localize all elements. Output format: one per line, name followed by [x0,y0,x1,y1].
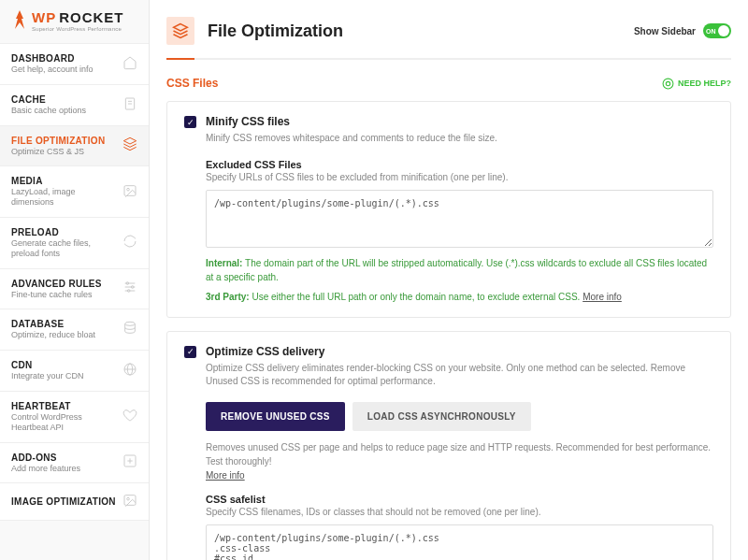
logo-tagline: Superior WordPress Performance [11,26,137,32]
page-header: File Optimization Show Sidebar ON [166,0,731,60]
sidebar-item-dashboard[interactable]: DASHBOARDGet help, account info [0,44,149,85]
sidebar-item-cache[interactable]: CACHEBasic cache options [0,85,149,126]
svg-point-12 [125,323,136,326]
page-title: File Optimization [208,22,343,41]
nav-label: ADD-ONS [11,452,117,463]
need-help-link[interactable]: NEED HELP? [662,78,731,90]
nav-label: MEDIA [11,176,117,186]
home-icon [122,55,137,73]
logo: WPROCKET Superior WordPress Performance [0,0,149,44]
database-icon [122,321,137,338]
minify-css-checkbox[interactable]: ✓ [184,116,196,128]
load-css-async-button[interactable]: LOAD CSS ASYNCHRONOUSLY [352,402,531,431]
nav-desc: Optimize, reduce bloat [11,330,117,340]
image-icon [122,183,137,201]
nav-label: DASHBOARD [11,53,117,64]
nav-label: DATABASE [11,319,117,329]
nav-label: CACHE [11,94,117,105]
sidebar-item-database[interactable]: DATABASEOptimize, reduce bloat [0,309,149,351]
nav-desc: Control WordPress Heartbeat API [11,412,117,433]
help-icon [662,78,674,90]
more-info-link-2[interactable]: More info [206,470,245,481]
layers-icon [122,136,137,154]
css-safelist-desc: Specify CSS filenames, IDs or classes th… [206,507,713,517]
refresh-icon [122,234,137,251]
optimize-css-desc: Optimize CSS delivery eliminates render-… [206,362,713,389]
show-sidebar-label: Show Sidebar [634,26,696,36]
svg-rect-19 [124,495,136,506]
excluded-css-input[interactable] [206,190,713,248]
nav-desc: LazyLoad, image dimensions [11,187,117,208]
logo-wp: WP [32,9,56,25]
sidebar-item-cdn[interactable]: CDNIntegrate your CDN [0,351,149,392]
sidebar-item-add-ons[interactable]: ADD-ONSAdd more features [0,443,149,484]
plus-icon [122,453,137,471]
svg-point-22 [663,79,673,89]
nav-label: CDN [11,360,117,370]
sidebar-item-advanced-rules[interactable]: ADVANCED RULESFine-tune cache rules [0,269,149,310]
excluded-css-desc: Specify URLs of CSS files to be excluded… [206,172,713,182]
internal-note: Internal: The domain part of the URL wil… [206,256,713,284]
nav-desc: Basic cache options [11,106,117,116]
css-safelist-input[interactable] [206,524,713,561]
sliders-icon [122,280,137,297]
more-info-link[interactable]: More info [583,292,622,302]
optimize-css-card: ✓ Optimize CSS delivery Optimize CSS del… [166,331,731,561]
excluded-css-label: Excluded CSS Files [206,159,713,170]
thirdparty-note: 3rd Party: Use either the full URL path … [206,290,713,304]
svg-point-23 [666,81,669,85]
section-title: CSS Files [166,77,218,90]
svg-rect-4 [124,185,136,195]
heart-icon [122,408,137,425]
nav-desc: Integrate your CDN [11,371,117,381]
main-content: File Optimization Show Sidebar ON CSS Fi… [150,0,748,560]
remove-unused-desc: Removes unused CSS per page and helps to… [206,440,713,482]
svg-marker-3 [123,138,136,145]
minify-css-card: ✓ Minify CSS files Minify CSS removes wh… [166,101,731,318]
nav-desc: Get help, account info [11,65,117,75]
nav-desc: Optimize CSS & JS [11,147,117,157]
svg-marker-21 [174,24,188,32]
minify-css-label: Minify CSS files [206,115,290,128]
nav-desc: Fine-tune cache rules [11,290,117,300]
nav-desc: Generate cache files, preload fonts [11,238,117,259]
layers-icon [166,17,194,45]
svg-point-5 [127,188,130,191]
sidebar-item-file-optimization[interactable]: FILE OPTIMIZATIONOptimize CSS & JS [0,126,149,167]
nav-label: ADVANCED RULES [11,279,117,289]
optimize-css-checkbox[interactable]: ✓ [184,346,196,358]
sidebar-item-preload[interactable]: PRELOADGenerate cache files, preload fon… [0,218,149,269]
image-icon [122,493,137,510]
sidebar-item-heartbeat[interactable]: HEARTBEATControl WordPress Heartbeat API [0,392,149,443]
nav-label: HEARTBEAT [11,401,117,411]
nav-label: FILE OPTIMIZATION [11,136,117,146]
nav-label: PRELOAD [11,227,117,237]
css-safelist-label: CSS safelist [206,494,713,505]
sidebar-item-image-optimization[interactable]: IMAGE OPTIMIZATION [0,483,149,521]
remove-unused-css-button[interactable]: REMOVE UNUSED CSS [206,402,345,431]
logo-rocket: ROCKET [59,9,123,25]
sidebar: WPROCKET Superior WordPress Performance … [0,0,150,560]
nav-label: IMAGE OPTIMIZATION [11,496,117,507]
globe-icon [122,362,137,380]
svg-point-20 [127,498,130,501]
sidebar-toggle[interactable]: ON [703,23,731,38]
minify-css-desc: Minify CSS removes whitespace and commen… [206,132,713,146]
nav-desc: Add more features [11,464,117,474]
sidebar-item-media[interactable]: MEDIALazyLoad, image dimensions [0,166,149,218]
optimize-css-label: Optimize CSS delivery [206,345,324,358]
file-icon [122,96,137,114]
